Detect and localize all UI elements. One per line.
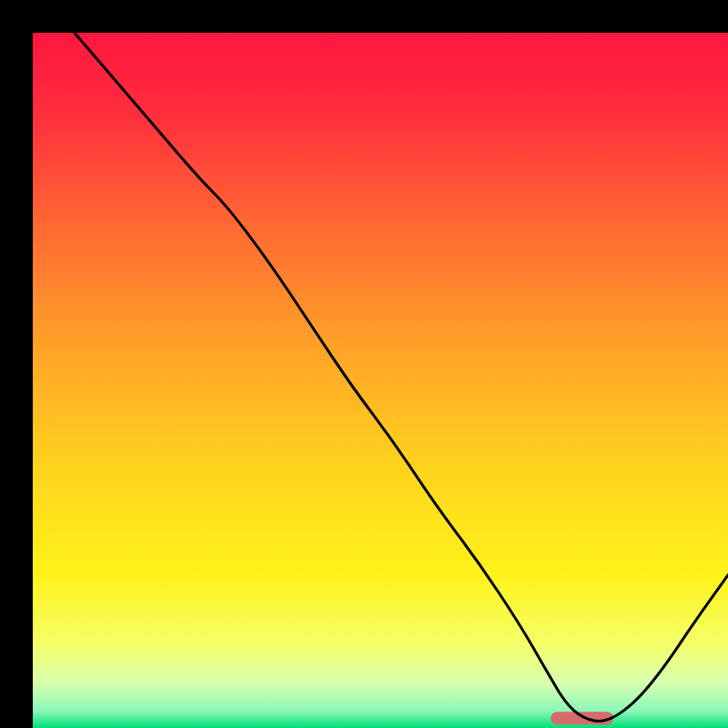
chart-stage: TheBottleneck.com [0, 0, 728, 728]
bottleneck-chart [0, 0, 728, 728]
optimum-marker [551, 712, 613, 724]
plot-background [33, 33, 728, 728]
